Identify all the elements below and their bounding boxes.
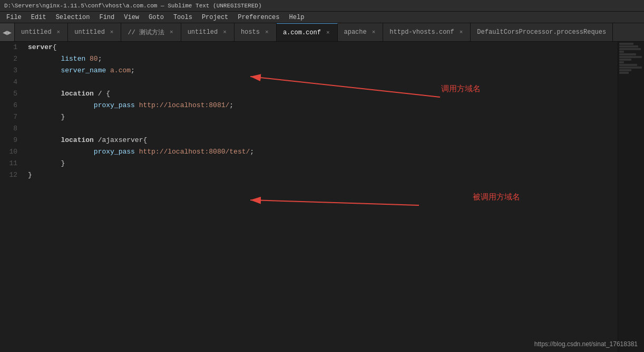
line-number: 10	[0, 146, 17, 158]
tab-hosts[interactable]: hosts ×	[235, 23, 277, 41]
tab-label: hosts	[241, 28, 260, 36]
minimap-line	[619, 48, 641, 50]
menu-tools[interactable]: Tools	[169, 13, 197, 22]
minimap-line	[619, 43, 633, 45]
minimap-line	[619, 61, 624, 63]
minimap-line	[619, 53, 636, 55]
tab-nav-button[interactable]: ◀▶	[0, 23, 15, 41]
minimap-line	[619, 59, 631, 61]
tab-close[interactable]: ×	[325, 30, 331, 36]
code-line-1: server{	[28, 42, 618, 53]
tab-close[interactable]: ×	[264, 29, 270, 35]
title-bar: D:\Servers\nginx-1.11.5\conf\vhost\a.com…	[0, 0, 644, 12]
line-number: 4	[0, 77, 17, 88]
tab-close[interactable]: ×	[109, 29, 115, 35]
menu-preferences[interactable]: Preferences	[233, 13, 284, 22]
minimap-line	[619, 69, 631, 71]
line-number: 8	[0, 123, 17, 135]
minimap-line	[619, 51, 624, 53]
tab-label: // 测试方法	[128, 28, 164, 37]
minimap-line	[619, 45, 638, 47]
code-content[interactable]: server{ listen 80; server_name a.com; lo…	[24, 42, 618, 352]
line-number: 1	[0, 42, 17, 53]
tab-close[interactable]: ×	[169, 29, 174, 35]
tab-test-method[interactable]: // 测试方法 ×	[121, 23, 181, 41]
code-line-11: }	[28, 158, 618, 169]
tab-label: DefaultCorsProcessor.processReques	[477, 28, 606, 36]
minimap-line	[619, 56, 642, 58]
code-line-5: location / {	[28, 88, 618, 100]
code-line-9: location /ajaxserver{	[28, 135, 618, 146]
code-line-3: server_name a.com;	[28, 65, 618, 77]
tab-untitled-1[interactable]: untitled ×	[15, 23, 68, 41]
line-number: 2	[0, 53, 17, 65]
tab-close[interactable]: ×	[371, 29, 377, 35]
title-text: D:\Servers\nginx-1.11.5\conf\vhost\a.com…	[4, 3, 261, 9]
tab-label: a.com.conf	[283, 29, 321, 36]
line-number: 5	[0, 88, 17, 100]
tab-httpd-vhosts[interactable]: httpd-vhosts.conf ×	[383, 23, 471, 41]
line-number: 11	[0, 158, 17, 169]
line-number: 12	[0, 169, 17, 181]
tab-label: untitled	[21, 28, 52, 36]
menu-goto[interactable]: Goto	[144, 13, 168, 22]
menu-view[interactable]: View	[120, 13, 143, 22]
code-line-12: }	[28, 169, 618, 181]
menu-selection[interactable]: Selection	[52, 13, 94, 22]
tab-defaultcors[interactable]: DefaultCorsProcessor.processReques	[471, 23, 613, 41]
tab-close[interactable]: ×	[56, 29, 62, 35]
tab-bar: ◀▶ untitled × untitled × // 测试方法 × untit…	[0, 23, 644, 42]
tab-close[interactable]: ×	[222, 29, 228, 35]
menu-edit[interactable]: Edit	[27, 13, 51, 22]
menu-bar: File Edit Selection Find View Goto Tools…	[0, 12, 644, 23]
line-number: 6	[0, 100, 17, 111]
line-number: 7	[0, 111, 17, 123]
code-line-6: proxy_pass http://localhost:8081/;	[28, 100, 618, 111]
bottom-url: https://blog.csdn.net/sinat_17618381	[534, 340, 638, 348]
menu-project[interactable]: Project	[198, 13, 232, 22]
code-line-2: listen 80;	[28, 53, 618, 65]
line-number: 9	[0, 135, 17, 146]
tab-close[interactable]: ×	[458, 29, 464, 35]
code-line-10: proxy_pass http://localhost:8080/test/;	[28, 146, 618, 158]
menu-file[interactable]: File	[2, 13, 26, 22]
tab-acom-conf[interactable]: a.com.conf ×	[277, 23, 338, 41]
minimap-line	[619, 64, 637, 66]
minimap-line	[619, 66, 642, 69]
tab-label: untitled	[188, 28, 218, 36]
arrow-2	[250, 200, 419, 205]
tab-label: apache	[344, 28, 367, 36]
code-line-8	[28, 123, 618, 135]
minimap-line	[619, 72, 629, 74]
line-numbers: 1 2 3 4 5 6 7 8 9 10 11 12	[0, 42, 24, 352]
code-line-4	[28, 77, 618, 88]
menu-find[interactable]: Find	[95, 13, 119, 22]
code-line-7: }	[28, 111, 618, 123]
tab-apache[interactable]: apache ×	[338, 23, 384, 41]
tab-label: untitled	[74, 28, 105, 36]
tab-label: httpd-vhosts.conf	[389, 28, 454, 36]
tab-untitled-2[interactable]: untitled ×	[68, 23, 121, 41]
editor-area: 1 2 3 4 5 6 7 8 9 10 11 12 server{ liste…	[0, 42, 644, 352]
tab-untitled-3[interactable]: untitled ×	[181, 23, 235, 41]
line-number: 3	[0, 65, 17, 77]
menu-help[interactable]: Help	[285, 13, 309, 22]
annotation-label-2: 被调用方域名	[473, 192, 520, 202]
minimap	[618, 42, 644, 352]
